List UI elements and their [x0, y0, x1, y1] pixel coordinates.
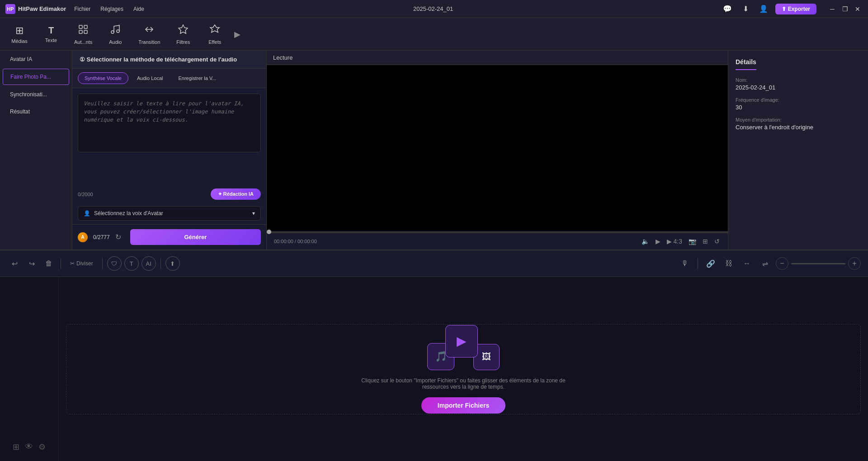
menu-reglages[interactable]: Réglages [99, 4, 124, 14]
mic-button[interactable]: 🎙 [678, 256, 692, 271]
redo-button[interactable]: ↪ [24, 256, 39, 271]
timeline-main: 🎵 ▶ 🖼 Cliquez sur le bouton "Importer Fi… [59, 277, 868, 461]
zoom-out-button[interactable]: − [776, 257, 788, 270]
nom-label: Nom: [736, 77, 861, 83]
time-display: 00:00:00 / 00:00:00 [274, 239, 317, 244]
redaction-ia-button[interactable]: ✦ Rédaction IA [211, 188, 261, 200]
voice-select[interactable]: 👤 Sélectionnez la voix d'Avatar ▾ [78, 206, 261, 221]
unlink-button[interactable]: ↔ [740, 256, 754, 271]
chat-icon[interactable]: 💬 [721, 3, 734, 15]
voice-icon: 👤 [84, 210, 90, 216]
import-hint: Cliquez sur le bouton "Importer Fichiers… [350, 377, 576, 390]
play-speed-icon[interactable]: ▶ 4:3 [666, 237, 683, 246]
volume-icon[interactable]: 🔈 [641, 237, 650, 246]
title-bar: HP HitPaw Edimakor Fichier Réglages Aide… [0, 0, 868, 18]
audio-icon [110, 24, 121, 38]
zoom-slider[interactable] [791, 263, 845, 264]
moyen-value: Conserver à l'endroit d'origine [736, 124, 861, 131]
svg-rect-3 [84, 30, 87, 33]
maximize-button[interactable]: ❐ [840, 4, 850, 14]
automatisations-label: Aut...nts [74, 39, 92, 45]
svg-rect-0 [79, 25, 82, 28]
transition-icon [144, 24, 155, 38]
voice-label: Sélectionnez la voix d'Avatar [94, 210, 163, 216]
tab-synthese-vocale[interactable]: Synthèse Vocale [78, 72, 128, 84]
ai-button[interactable]: AI [142, 256, 156, 271]
download-icon[interactable]: ⬇ [739, 3, 752, 15]
separator-4 [698, 258, 698, 269]
swap-button[interactable]: ⇌ [758, 256, 772, 271]
effets-label: Effets [208, 39, 221, 45]
bookmark-icon[interactable]: ⊞ [13, 442, 19, 452]
title-actions: 💬 ⬇ 👤 ⬆ Exporter ─ ❐ ✕ [721, 3, 863, 15]
tool-filtres[interactable]: Filtres [167, 20, 199, 48]
tool-effets[interactable]: Effets [199, 20, 231, 48]
text-style-button[interactable]: T [124, 256, 139, 271]
import-button[interactable]: ⬆ [165, 256, 180, 271]
tool-medias[interactable]: ⊞ Médias [4, 21, 35, 47]
panel-body [72, 88, 266, 186]
edit-toolbar: ↩ ↪ 🗑 ✂ Diviser 🛡 T AI ⬆ 🎙 🔗 ⛓ ↔ ⇌ [0, 250, 868, 277]
more-tools-button[interactable]: ▶ [231, 26, 244, 43]
nom-value: 2025-02-24_01 [736, 84, 861, 91]
menu-aide[interactable]: Aide [132, 4, 145, 14]
separator-2 [102, 258, 103, 269]
import-files-button[interactable]: Importer Fichiers [421, 397, 505, 414]
svg-rect-1 [84, 25, 87, 28]
scissors-icon: ✂ [70, 260, 75, 267]
delete-button[interactable]: 🗑 [42, 256, 56, 271]
tab-enregistrer[interactable]: Enregistrer la V... [171, 72, 223, 84]
eye-icon[interactable]: 👁 [25, 442, 33, 452]
tool-audio[interactable]: Audio [99, 20, 131, 48]
diviser-button[interactable]: ✂ Diviser [66, 259, 98, 268]
refresh-icon[interactable]: ↻ [115, 233, 121, 241]
zoom-controls: − + [776, 257, 861, 270]
svg-rect-2 [79, 30, 82, 33]
timeline-section: ⊞ 👁 ⚙ 🎵 ▶ 🖼 Cliquez sur le bouton "Impor… [0, 277, 868, 461]
medias-icon: ⊞ [15, 25, 24, 37]
filtres-label: Filtres [176, 39, 190, 45]
minimize-button[interactable]: ─ [827, 4, 837, 14]
timeline-drop-area[interactable]: 🎵 ▶ 🖼 Cliquez sur le bouton "Importer Fi… [66, 324, 861, 414]
ai-panel: ① Sélectionner la méthode de téléchargem… [72, 51, 267, 249]
timeline-left: ⊞ 👁 ⚙ [0, 277, 59, 461]
grid-icon[interactable]: ⊞ [702, 237, 709, 246]
tool-transition[interactable]: Transition [131, 20, 167, 48]
settings-icon[interactable]: ⚙ [38, 442, 46, 452]
panel-tabs: Synthèse Vocale Audio Local Enregistrer … [72, 69, 266, 88]
window-title: 2025-02-24_01 [145, 5, 721, 12]
zoom-in-button[interactable]: + [848, 257, 861, 270]
main-toolbar: ⊞ Médias T Texte Aut...nts Audio [0, 18, 868, 51]
timeline-icons: ⊞ 👁 ⚙ [13, 442, 46, 452]
generate-button[interactable]: Générer [130, 229, 261, 245]
user-icon[interactable]: 👤 [757, 3, 770, 15]
tab-audio-local[interactable]: Audio Local [130, 72, 170, 84]
link2-button[interactable]: ⛓ [722, 256, 736, 271]
close-button[interactable]: ✕ [853, 4, 863, 14]
medias-label: Médias [11, 38, 27, 44]
preview-top-bar: Lecture [267, 51, 728, 65]
sidebar: Avatar IA Faire Photo Pa... Synchronisat… [0, 51, 72, 249]
panel-bottom: A 0/2777 ↻ Générer [72, 224, 266, 249]
media-icon-group: 🎵 ▶ 🖼 [427, 325, 500, 370]
preview-controls: 00:00:00 / 00:00:00 🔈 ▶ ▶ 4:3 📷 ⊞ ↺ [267, 233, 728, 249]
panel-header: ① Sélectionner la méthode de téléchargem… [72, 51, 266, 69]
camera-icon[interactable]: 📷 [688, 237, 697, 246]
link-button[interactable]: 🔗 [703, 256, 718, 271]
sidebar-item-synchronisati[interactable]: Synchronisati... [3, 87, 69, 102]
play-button[interactable]: ▶ [655, 237, 661, 246]
tool-automatisations[interactable]: Aut...nts [67, 20, 99, 48]
sidebar-item-resultat[interactable]: Résultat [3, 104, 69, 119]
undo-button[interactable]: ↩ [7, 256, 22, 271]
text-input[interactable] [78, 94, 261, 152]
protect-button[interactable]: 🛡 [107, 256, 122, 271]
tool-texte[interactable]: T Texte [35, 22, 67, 47]
detail-freq: Fréquence d'image: 30 [736, 97, 861, 111]
window-controls: ─ ❐ ✕ [827, 4, 863, 14]
sidebar-item-faire-photo-pa[interactable]: Faire Photo Pa... [3, 69, 69, 85]
progress-track[interactable] [267, 231, 728, 233]
reset-icon[interactable]: ↺ [713, 237, 721, 246]
menu-fichier[interactable]: Fichier [73, 4, 91, 14]
export-button[interactable]: ⬆ Exporter [775, 4, 816, 14]
sidebar-item-avatar-ia[interactable]: Avatar IA [3, 52, 69, 67]
